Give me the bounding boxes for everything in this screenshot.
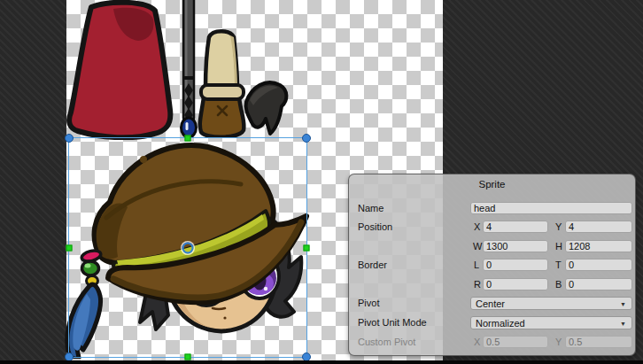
position-w-field[interactable] — [483, 240, 548, 252]
selection-handle-bottom[interactable] — [185, 354, 191, 360]
border-r-label: R — [474, 278, 483, 290]
gem-highlight — [186, 122, 189, 130]
custom-pivot-y-field — [565, 336, 632, 348]
position-label: Position — [358, 221, 392, 233]
name-field[interactable] — [470, 202, 632, 214]
pivot-label: Pivot — [358, 297, 379, 309]
border-l-field[interactable] — [483, 259, 548, 271]
position-y-field[interactable] — [565, 221, 632, 233]
pivot-unit-mode-value: Normalized — [476, 318, 525, 329]
window-edge — [0, 360, 643, 364]
border-b-field[interactable] — [565, 278, 632, 290]
position-x-field[interactable] — [483, 221, 548, 233]
position-h-field[interactable] — [565, 240, 632, 252]
pivot-dropdown[interactable]: Center ▼ — [470, 297, 632, 310]
panel-title: Sprite — [349, 179, 635, 190]
border-b-label: B — [555, 278, 564, 290]
sprite-selection-rect[interactable] — [68, 137, 307, 358]
position-x-label: X — [474, 221, 483, 233]
custom-pivot-label: Custom Pivot — [358, 336, 415, 348]
border-r-field[interactable] — [483, 278, 548, 290]
position-y-label: Y — [555, 221, 564, 233]
boot-lower — [200, 97, 244, 137]
position-h-label: H — [555, 240, 564, 252]
staff-collar — [182, 76, 195, 80]
sprite-panel: Sprite Name Position X Y W H Border L T … — [348, 174, 636, 356]
chevron-down-icon: ▼ — [620, 317, 626, 330]
pivot-unit-mode-dropdown[interactable]: Normalized ▼ — [470, 316, 632, 329]
red-cape-sprite[interactable] — [62, 0, 177, 140]
staff-highlight — [185, 0, 188, 115]
border-t-field[interactable] — [565, 259, 632, 271]
chevron-down-icon: ▼ — [620, 298, 626, 311]
selection-handle-top-left[interactable] — [65, 134, 74, 143]
custom-pivot-y-label: Y — [555, 336, 564, 348]
boot-cuff — [201, 85, 244, 99]
selection-handle-right[interactable] — [304, 244, 310, 251]
pivot-handle[interactable] — [182, 242, 194, 253]
name-label: Name — [358, 202, 383, 214]
position-w-label: W — [473, 240, 482, 252]
pivot-unit-mode-label: Pivot Unit Mode — [358, 316, 427, 329]
border-l-label: L — [474, 259, 483, 271]
selection-handle-top[interactable] — [185, 136, 191, 142]
sprite-editor-window: { "panel": { "title": "Sprite", "dropdow… — [0, 0, 643, 364]
border-t-label: T — [555, 259, 564, 271]
custom-pivot-x-label: X — [474, 336, 483, 348]
pivot-dropdown-value: Center — [476, 298, 505, 309]
selection-handle-left[interactable] — [66, 244, 73, 251]
glove-sprite[interactable] — [241, 75, 292, 139]
custom-pivot-x-field — [483, 336, 548, 348]
border-label: Border — [358, 259, 387, 271]
selection-handle-top-right[interactable] — [302, 134, 311, 143]
